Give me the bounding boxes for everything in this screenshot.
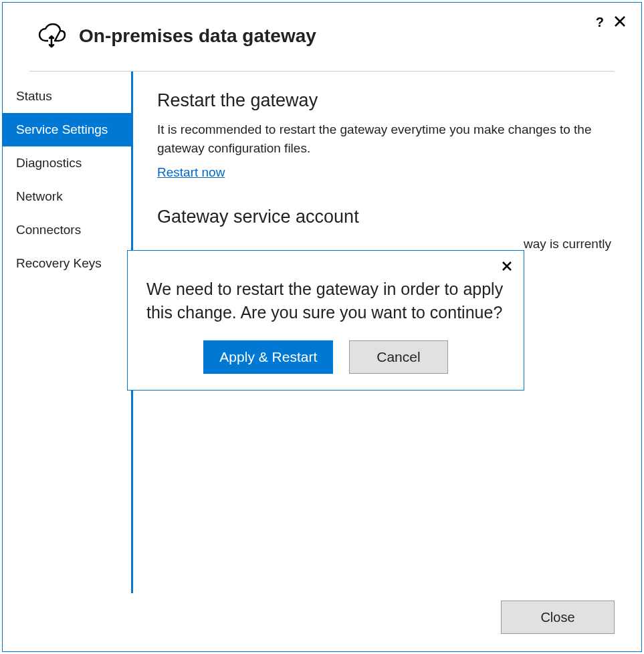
modal-buttons: Apply & Restart Cancel [146, 340, 505, 374]
restart-section-text: It is recommended to restart the gateway… [157, 120, 615, 157]
sidebar-item-status[interactable]: Status [3, 80, 131, 113]
sidebar-item-connectors[interactable]: Connectors [3, 213, 131, 247]
sidebar-item-label: Status [16, 89, 52, 103]
cancel-button[interactable]: Cancel [349, 340, 447, 374]
sidebar-item-network[interactable]: Network [3, 180, 131, 213]
service-account-partial-text: way is currently [524, 237, 611, 251]
sidebar: Status Service Settings Diagnostics Netw… [3, 72, 131, 593]
sidebar-item-label: Network [16, 189, 63, 203]
restart-section-title: Restart the gateway [157, 90, 615, 111]
confirm-modal: We need to restart the gateway in order … [127, 250, 524, 391]
sidebar-item-recovery-keys[interactable]: Recovery Keys [3, 247, 131, 280]
sidebar-item-label: Diagnostics [16, 156, 82, 170]
sidebar-item-label: Connectors [16, 223, 81, 237]
close-button[interactable]: Close [501, 601, 615, 634]
window-close-icon[interactable] [615, 16, 625, 29]
service-account-section-title: Gateway service account [157, 207, 615, 227]
sidebar-item-service-settings[interactable]: Service Settings [3, 113, 131, 146]
sidebar-item-diagnostics[interactable]: Diagnostics [3, 146, 131, 180]
sidebar-item-label: Service Settings [16, 122, 108, 136]
cloud-gateway-icon [36, 21, 67, 51]
modal-message: We need to restart the gateway in order … [146, 278, 505, 324]
restart-now-link[interactable]: Restart now [157, 165, 225, 179]
sidebar-item-label: Recovery Keys [16, 256, 102, 270]
titlebar: On-premises data gateway ? [3, 3, 641, 64]
apply-restart-button[interactable]: Apply & Restart [203, 340, 333, 374]
modal-close-icon[interactable] [502, 260, 512, 274]
help-icon[interactable]: ? [596, 15, 604, 30]
app-window: On-premises data gateway ? Status Servic… [2, 2, 642, 652]
page-title: On-premises data gateway [79, 25, 316, 47]
footer: Close [501, 601, 615, 634]
